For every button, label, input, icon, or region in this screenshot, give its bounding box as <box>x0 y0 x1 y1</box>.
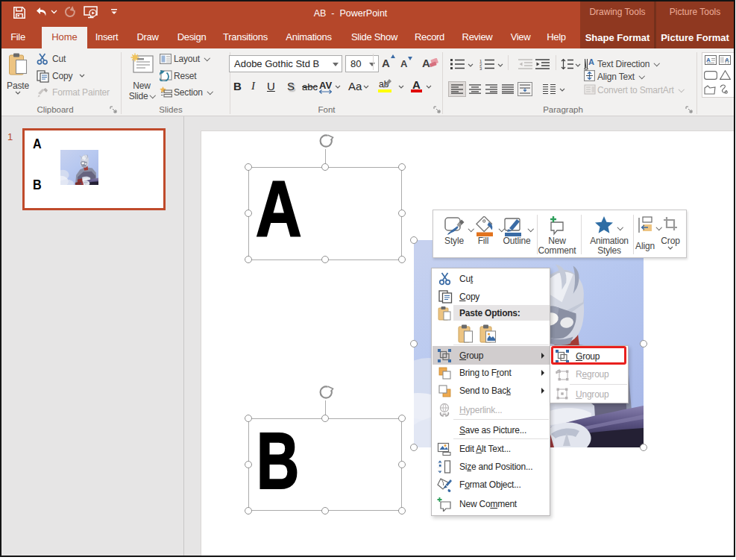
svg-text:A: A <box>706 57 711 63</box>
svg-text:A: A <box>588 57 594 66</box>
svg-text:3: 3 <box>479 66 482 70</box>
